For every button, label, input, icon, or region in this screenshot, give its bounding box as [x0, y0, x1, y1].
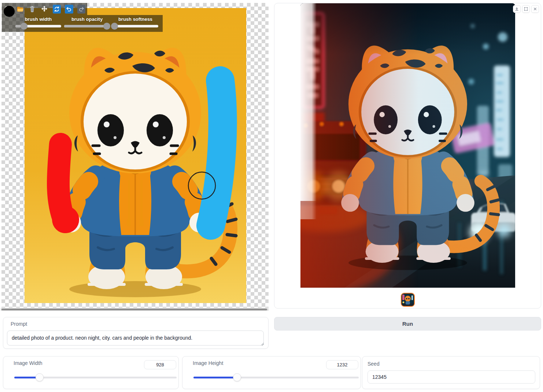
canvas-horizontal-scrollbar[interactable]	[1, 308, 269, 311]
undo-icon	[66, 6, 72, 12]
slider-handle[interactable]	[36, 373, 44, 381]
prompt-input[interactable]: detailed photo of a product. neon night,…	[7, 331, 264, 346]
seed-input[interactable]	[367, 370, 535, 384]
prompt-label: Prompt	[11, 321, 27, 327]
close-button[interactable]	[531, 5, 539, 13]
brush-width-control: brush width	[15, 16, 61, 27]
app-root: brush width brush opacity brush softness	[0, 0, 543, 392]
fullscreen-icon	[524, 7, 528, 11]
brush-softness-control: brush softness	[112, 16, 158, 27]
output-panel	[274, 3, 541, 309]
slider-handle[interactable]	[233, 373, 241, 381]
move-button[interactable]	[40, 5, 48, 14]
move-icon	[40, 5, 48, 13]
thumbnail-image	[402, 294, 414, 306]
seed-label: Seed	[367, 361, 380, 367]
image-width-slider[interactable]	[14, 373, 177, 381]
fullscreen-button[interactable]	[522, 5, 530, 13]
image-width-label: Image Width	[14, 360, 43, 366]
brush-opacity-label: brush opacity	[64, 16, 110, 23]
brush-softness-label: brush softness	[112, 16, 158, 23]
open-folder-button[interactable]	[16, 5, 24, 14]
undo-button[interactable]	[65, 5, 73, 14]
image-height-slider[interactable]	[193, 373, 359, 381]
redo-button[interactable]	[77, 5, 85, 14]
brush-settings-panel: brush width brush opacity brush softness	[2, 15, 163, 32]
sync-button[interactable]	[53, 5, 61, 14]
close-icon	[533, 7, 538, 11]
editable-image[interactable]	[25, 8, 246, 303]
download-icon	[514, 7, 519, 11]
image-height-value[interactable]	[326, 360, 358, 369]
image-width-value[interactable]	[144, 360, 176, 369]
brush-opacity-slider[interactable]	[64, 25, 110, 27]
seed-card: Seed	[362, 356, 540, 389]
output-toolbar	[513, 5, 539, 13]
clear-button[interactable]	[28, 5, 36, 14]
gallery-thumbnail[interactable]	[401, 293, 415, 307]
brush-width-label: brush width	[15, 16, 61, 23]
trash-icon	[28, 5, 36, 13]
folder-icon	[16, 5, 24, 13]
output-image[interactable]	[300, 3, 515, 288]
editor-canvas[interactable]: brush width brush opacity brush softness	[1, 3, 269, 308]
sync-icon	[53, 6, 60, 12]
slider-handle[interactable]	[21, 23, 27, 30]
brush-color-swatch[interactable]	[4, 6, 15, 17]
redo-icon	[78, 6, 85, 12]
image-height-label: Image Height	[193, 360, 223, 366]
run-button[interactable]: Run	[274, 317, 541, 331]
slider-handle[interactable]	[111, 23, 118, 30]
prompt-card: Prompt detailed photo of a product. neon…	[3, 317, 269, 349]
brush-opacity-control: brush opacity	[64, 16, 110, 27]
editor-toolbar	[2, 3, 87, 15]
download-button[interactable]	[513, 5, 521, 13]
slider-handle[interactable]	[103, 23, 110, 30]
image-height-card: Image Height	[182, 356, 361, 389]
brush-width-slider[interactable]	[15, 25, 61, 27]
image-width-card: Image Width	[3, 356, 179, 389]
brush-softness-slider[interactable]	[112, 25, 158, 27]
